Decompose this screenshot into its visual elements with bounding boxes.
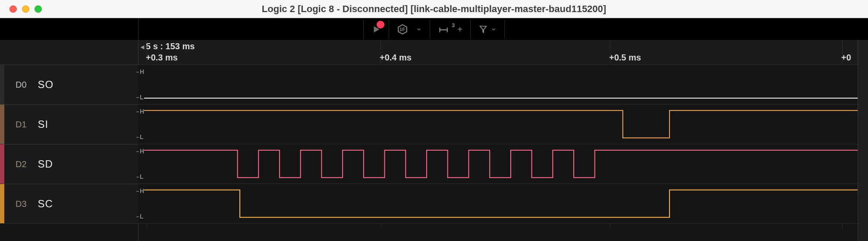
- zoom-window-button[interactable]: [35, 5, 42, 13]
- channel-index: D0: [16, 80, 27, 90]
- filter-button[interactable]: [470, 20, 505, 39]
- waveform-area[interactable]: H L: [138, 144, 868, 184]
- time-ruler[interactable]: 5 s : 153 ms +0.3 ms+0.4 ms+0.5 ms+0: [0, 41, 868, 65]
- level-markers: H L: [138, 108, 141, 140]
- channel-name: SO: [38, 79, 54, 91]
- center-toolbar: 1F 3 +: [363, 20, 505, 39]
- channel-color-strip: [0, 105, 4, 144]
- channel-name: SI: [38, 118, 49, 130]
- channel-gutter[interactable]: D0 SO: [4, 65, 138, 104]
- level-high: H: [140, 108, 142, 115]
- window-controls: [9, 5, 42, 13]
- waveform: [144, 65, 868, 104]
- channel-gutter[interactable]: D2 SD: [4, 144, 138, 184]
- channel-name: SD: [38, 158, 53, 170]
- channel-gutter[interactable]: D1 SI: [4, 105, 138, 144]
- timing-count: 3: [452, 22, 455, 29]
- window-title: Logic 2 [Logic 8 - Disconnected] [link-c…: [0, 3, 868, 15]
- channel-row[interactable]: D1 SI H L: [0, 105, 868, 144]
- time-tick-label: +0.4 ms: [380, 53, 412, 63]
- time-tick-label: +0: [841, 53, 851, 63]
- time-tick-label: +0.5 ms: [609, 53, 641, 63]
- waveform: [144, 105, 868, 144]
- level-high: H: [140, 187, 142, 194]
- channel-index: D2: [16, 159, 27, 169]
- window-titlebar: Logic 2 [Logic 8 - Disconnected] [link-c…: [0, 0, 868, 18]
- level-high: H: [140, 68, 142, 75]
- channel-color-strip: [0, 144, 4, 184]
- channel-row[interactable]: D0 SO H L: [0, 65, 868, 105]
- level-markers: H L: [138, 148, 141, 180]
- channel-color-strip: [0, 65, 4, 104]
- channel-color-strip: [0, 184, 4, 223]
- top-strip: 1F 3 +: [0, 18, 868, 41]
- chevron-down-icon: [491, 26, 497, 32]
- level-low: L: [140, 213, 142, 220]
- channel-row[interactable]: D3 SC H L: [0, 184, 868, 224]
- waveform: [144, 144, 868, 184]
- level-markers: H L: [138, 187, 141, 220]
- protocol-label: 1F: [399, 27, 405, 32]
- timing-marker-button[interactable]: 3 +: [430, 20, 470, 39]
- channel-index: D3: [16, 199, 27, 209]
- channel-gutter[interactable]: D3 SC: [4, 184, 138, 223]
- channel-index: D1: [16, 120, 27, 130]
- close-window-button[interactable]: [9, 5, 17, 13]
- protocol-analyzer-button[interactable]: 1F: [389, 20, 430, 39]
- minimize-window-button[interactable]: [22, 5, 29, 13]
- channel-name: SC: [38, 198, 53, 210]
- vertical-scrollbar[interactable]: [858, 41, 868, 241]
- level-low: L: [140, 173, 142, 180]
- app-body: 1F 3 +: [0, 18, 868, 241]
- waveform-area[interactable]: H L: [138, 184, 868, 223]
- funnel-icon: [478, 25, 488, 34]
- waveform-area[interactable]: H L: [138, 65, 868, 104]
- level-low: L: [140, 94, 142, 101]
- chevron-down-icon: [416, 26, 422, 32]
- timing-icon: [438, 24, 449, 35]
- waveform: [144, 184, 868, 223]
- level-high: H: [140, 148, 142, 155]
- record-icon: [377, 21, 384, 29]
- time-anchor: 5 s : 153 ms: [141, 41, 195, 51]
- level-markers: H L: [138, 68, 141, 101]
- level-low: L: [140, 133, 142, 140]
- waveform-area[interactable]: H L: [138, 105, 868, 144]
- channel-row[interactable]: D2 SD H L: [0, 144, 868, 184]
- plus-icon: +: [457, 25, 462, 35]
- channel-list: D0 SO H L D1 SI H L D2 SD: [0, 65, 868, 224]
- time-tick-label: +0.3 ms: [146, 53, 178, 63]
- play-record-button[interactable]: [363, 20, 389, 39]
